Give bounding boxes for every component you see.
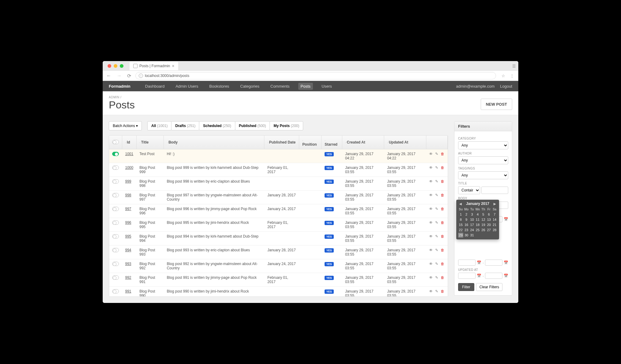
delete-icon[interactable]: 🗑 <box>441 166 444 170</box>
datepicker-day[interactable]: 2 <box>464 212 469 217</box>
row-toggle[interactable] <box>112 193 119 197</box>
row-id-link[interactable]: 993 <box>125 262 131 266</box>
delete-icon[interactable]: 🗑 <box>441 193 444 197</box>
datepicker-prev-icon[interactable]: ◀ <box>458 202 463 206</box>
edit-icon[interactable]: ✎ <box>435 262 438 266</box>
view-icon[interactable]: 👁 <box>429 248 433 252</box>
delete-icon[interactable]: 🗑 <box>441 248 444 252</box>
edit-icon[interactable]: ✎ <box>435 193 438 197</box>
row-id-link[interactable]: 1000 <box>125 166 134 170</box>
edit-icon[interactable]: ✎ <box>435 179 438 184</box>
row-toggle[interactable] <box>112 289 119 293</box>
view-icon[interactable]: 👁 <box>429 289 433 293</box>
datepicker-day[interactable]: 13 <box>486 217 491 222</box>
updated-to[interactable] <box>485 273 502 279</box>
row-toggle[interactable] <box>112 166 119 170</box>
delete-icon[interactable]: 🗑 <box>441 275 444 280</box>
view-icon[interactable]: 👁 <box>429 207 433 211</box>
maximize-window-icon[interactable] <box>120 64 123 68</box>
title-filter-input[interactable] <box>481 187 508 194</box>
datepicker-day[interactable]: 11 <box>475 217 480 222</box>
nav-link-bookstores[interactable]: Bookstores <box>207 83 232 90</box>
row-id-link[interactable]: 995 <box>125 234 131 238</box>
calendar-icon[interactable]: 📅 <box>477 260 481 265</box>
view-icon[interactable]: 👁 <box>429 166 433 170</box>
row-id-link[interactable]: 1001 <box>125 152 134 156</box>
edit-icon[interactable]: ✎ <box>435 289 438 293</box>
bookmark-icon[interactable]: ☆ <box>502 74 505 78</box>
delete-icon[interactable]: 🗑 <box>441 207 444 211</box>
edit-icon[interactable]: ✎ <box>435 275 438 280</box>
category-select[interactable]: Any <box>458 141 508 149</box>
user-email[interactable]: admin@example.com <box>456 84 494 89</box>
edit-icon[interactable]: ✎ <box>435 207 438 211</box>
datepicker-day[interactable]: 5 <box>481 212 486 217</box>
view-icon[interactable]: 👁 <box>429 262 433 266</box>
row-toggle[interactable] <box>112 152 119 156</box>
datepicker-day[interactable]: 4 <box>475 212 480 217</box>
row-toggle[interactable] <box>112 248 119 252</box>
calendar-icon[interactable]: 📅 <box>504 274 508 278</box>
datepicker-day[interactable]: 6 <box>486 212 491 217</box>
row-toggle[interactable] <box>112 275 119 280</box>
datepicker-day[interactable]: 14 <box>492 217 497 222</box>
col-body[interactable]: Body <box>164 136 264 149</box>
datepicker-day[interactable]: 17 <box>469 222 475 227</box>
datepicker-next-icon[interactable]: ▶ <box>492 202 497 206</box>
edit-icon[interactable]: ✎ <box>435 234 438 238</box>
row-toggle[interactable] <box>112 262 119 266</box>
row-id-link[interactable]: 991 <box>125 289 131 293</box>
title-op-select[interactable]: Contains <box>458 186 480 194</box>
nav-link-admin-users[interactable]: Admin Users <box>173 83 200 90</box>
close-window-icon[interactable] <box>108 64 111 68</box>
datepicker-day[interactable]: 24 <box>469 228 475 232</box>
calendar-icon[interactable]: 📅 <box>504 217 508 221</box>
col-position[interactable]: Position <box>299 136 322 149</box>
datepicker-day[interactable]: 9 <box>464 217 469 222</box>
datepicker-day[interactable]: 19 <box>481 222 486 227</box>
scope-scheduled[interactable]: Scheduled (250) <box>199 121 235 130</box>
reload-icon[interactable]: ⟳ <box>126 73 132 79</box>
nav-link-users[interactable]: Users <box>319 83 334 90</box>
datepicker-day[interactable]: 12 <box>481 217 486 222</box>
datepicker-day[interactable]: 15 <box>458 222 463 227</box>
row-id-link[interactable]: 996 <box>125 220 131 225</box>
table-wrap[interactable]: IdTitleBodyPublished DatePositionStarred… <box>109 135 448 297</box>
delete-icon[interactable]: 🗑 <box>441 179 444 184</box>
row-id-link[interactable]: 998 <box>125 193 131 197</box>
delete-icon[interactable]: 🗑 <box>441 262 444 266</box>
url-input[interactable]: i localhost:3000/admin/posts <box>135 72 496 79</box>
datepicker-day[interactable]: 21 <box>492 222 497 227</box>
edit-icon[interactable]: ✎ <box>435 166 438 170</box>
back-icon[interactable]: ← <box>105 73 112 78</box>
browser-tab[interactable]: Posts | Formadmin × <box>130 62 178 70</box>
clear-filters-button[interactable]: Clear Filters <box>476 283 503 291</box>
datepicker-day[interactable]: 10 <box>469 217 475 222</box>
col-starred[interactable]: Starred <box>322 136 342 149</box>
author-select[interactable]: Any <box>458 156 508 164</box>
datepicker-day[interactable]: 20 <box>486 222 491 227</box>
edit-icon[interactable]: ✎ <box>435 220 438 225</box>
datepicker-day[interactable]: 8 <box>458 217 463 222</box>
view-icon[interactable]: 👁 <box>429 275 433 280</box>
scope-drafts[interactable]: Drafts (251) <box>171 121 199 130</box>
minimize-window-icon[interactable] <box>114 64 117 68</box>
forward-icon[interactable]: → <box>116 73 123 78</box>
row-toggle[interactable] <box>112 207 119 211</box>
nav-link-categories[interactable]: Categories <box>238 83 262 90</box>
calendar-icon[interactable]: 📅 <box>504 260 508 265</box>
updated-from[interactable] <box>458 273 476 279</box>
row-toggle[interactable] <box>112 220 119 225</box>
datepicker-day[interactable]: 31 <box>469 233 475 238</box>
view-icon[interactable]: 👁 <box>429 179 433 184</box>
datepicker-day[interactable]: 22 <box>458 228 463 232</box>
edit-icon[interactable]: ✎ <box>435 248 438 252</box>
datepicker-day[interactable]: 7 <box>492 212 497 217</box>
row-toggle[interactable] <box>112 234 119 238</box>
browser-menu-icon[interactable]: ⋮ <box>508 74 516 78</box>
col-id[interactable]: Id <box>122 136 137 149</box>
datepicker-day[interactable]: 28 <box>492 228 497 232</box>
nav-link-dashboard[interactable]: Dashboard <box>143 83 167 90</box>
view-icon[interactable]: 👁 <box>429 234 433 238</box>
col-updated-at[interactable]: Updated At <box>384 136 426 149</box>
